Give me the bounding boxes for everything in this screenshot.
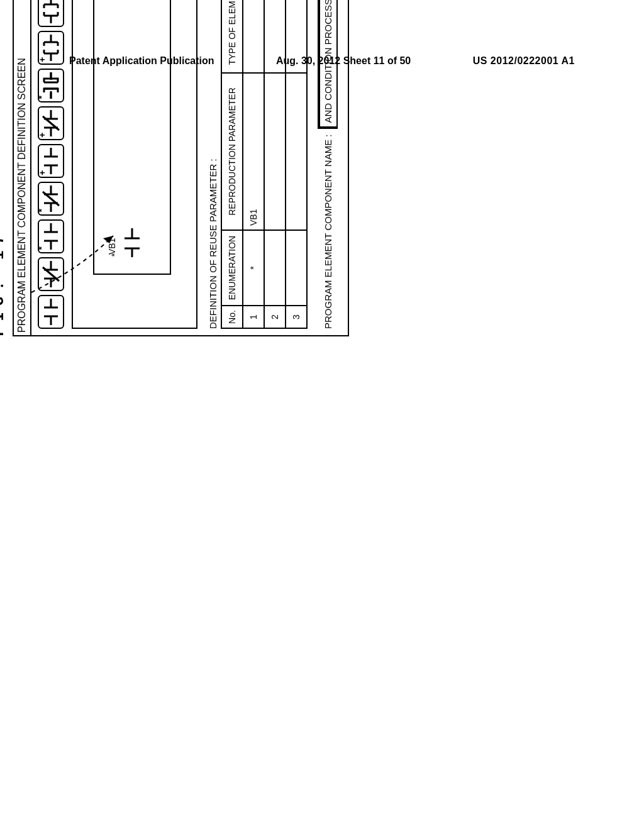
cell-enum[interactable]: * [243,230,264,306]
component-name-value: AND CONDITION PROCESSING [323,0,333,123]
th-repro: REPRODUCTION PARAMETER [221,73,243,230]
cell-no: 1 [243,306,264,328]
th-type: TYPE OF ELEMENT COMPONENT [221,0,243,73]
ladder-canvas[interactable]: VB1 * [72,0,197,329]
cell-repro[interactable]: VB1 [243,73,264,230]
cell-enum[interactable] [264,230,286,306]
figure-area: FIG. 17 PROGRAM ELEMENT COMPONENT DEFINI… [0,0,644,336]
cell-repro[interactable] [286,73,307,230]
table-row: 3 ▼ [286,0,307,328]
dashed-arrow-icon [25,204,126,318]
th-no: No. [221,306,243,328]
cell-enum[interactable] [286,230,307,306]
window: PROGRAM ELEMENT COMPONENT DEFINITION SCR… [13,0,349,336]
cell-no: 2 [264,306,286,328]
reuse-parameter-table: No. ENUMERATION REPRODUCTION PARAMETER T… [221,0,308,329]
tool-bracket-star[interactable]: + [38,31,64,65]
tool-bracket[interactable]: * [38,69,64,102]
figure-label: FIG. 17 [0,0,8,336]
cell-type[interactable]: ▼ [243,0,264,73]
table-row: 2 ▼ [264,0,286,328]
bottom-row: PROGRAM ELEMENT COMPONENT NAME : AND CON… [308,0,348,335]
reuse-parameter-label: DEFINITION OF REUSE PARAMETER : [204,0,221,335]
param-table-wrap: No. ENUMERATION REPRODUCTION PARAMETER T… [221,0,308,335]
th-enum: ENUMERATION [221,230,243,306]
tool-nc-contact-plus[interactable]: + [38,106,64,140]
tool-no-contact-plus[interactable]: + [38,144,64,178]
placed-contact[interactable]: VB1 * [109,227,145,257]
component-name-input[interactable]: AND CONDITION PROCESSING [318,0,338,130]
cell-type[interactable]: ▼ [264,0,286,73]
tool-bracket-plus[interactable] [38,0,64,27]
component-name-label: PROGRAM ELEMENT COMPONENT NAME : [323,135,333,329]
canvas-row: VB1 * ▲ ■ ▼ [68,0,204,335]
cell-type[interactable]: ▼ [286,0,307,73]
placed-contact-label: VB1 [107,238,117,255]
ladder-rung-box: VB1 * [93,0,171,275]
table-row: 1 * VB1 ▼ AND CONDITION RELAY STRING [243,0,264,328]
cell-repro[interactable] [264,73,286,230]
cell-no: 3 [286,306,307,328]
